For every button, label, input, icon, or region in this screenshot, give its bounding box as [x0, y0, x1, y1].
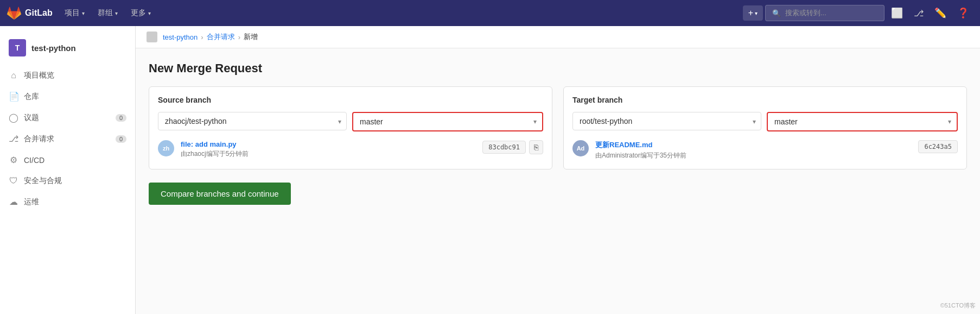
breadcrumb-merge-requests[interactable]: 合并请求 [207, 32, 235, 42]
source-commit-info: zh file: add main.py 由zhaocj编写于5分钟前 83cd… [158, 140, 543, 159]
sidebar-item-label: 安全与合规 [24, 176, 62, 186]
target-commit-info: Ad 更新README.md 由Administrator编写于35分钟前 6c… [572, 140, 958, 160]
target-branch-panel: Target branch root/test-python ▾ master [563, 86, 967, 169]
ops-icon: ☁ [9, 197, 18, 207]
source-commit-meta: 由zhaocj编写于5分钟前 [181, 149, 476, 159]
merge-request-icon-button[interactable]: ⎇ [909, 5, 928, 22]
source-copy-hash-button[interactable]: ⎘ [529, 140, 543, 154]
source-branch-title: Source branch [158, 96, 543, 104]
source-commit-details: file: add main.py 由zhaocj编写于5分钟前 [181, 140, 476, 159]
sidebar-item-label: 仓库 [24, 92, 39, 102]
sidebar-item-issues[interactable]: ◯ 议题 0 [0, 107, 135, 128]
breadcrumb-sep-2: › [238, 33, 240, 41]
breadcrumb-current: 新增 [244, 32, 258, 42]
target-branch-select-wrapper: master ▾ [767, 112, 958, 131]
nav-more[interactable]: 更多 ▾ [125, 5, 156, 21]
source-branch-select-wrapper: master ▾ [352, 112, 543, 131]
book-icon: 📄 [9, 91, 18, 102]
target-repo-select[interactable]: root/test-python [572, 112, 761, 130]
source-branch-selects: zhaocj/test-python ▾ master ▾ [158, 112, 543, 131]
target-commit-details: 更新README.md 由Administrator编写于35分钟前 [595, 140, 912, 160]
source-branch-select[interactable]: master [353, 113, 542, 130]
source-commit-hash: 83cdbc91 [482, 141, 526, 154]
cicd-icon: ⚙ [9, 155, 18, 165]
source-repo-select[interactable]: zhaocj/test-python [158, 112, 347, 130]
target-commit-meta: 由Administrator编写于35分钟前 [595, 151, 912, 160]
target-commit-hash-area: 6c243a5 [918, 140, 958, 153]
source-branch-panel: Source branch zhaocj/test-python ▾ maste… [149, 86, 552, 169]
sidebar-item-label: CI/CD [24, 156, 44, 165]
source-author-avatar: zh [158, 140, 174, 156]
sidebar-item-repository[interactable]: 📄 仓库 [0, 86, 135, 107]
breadcrumb-project[interactable]: test-python [163, 33, 198, 41]
search-placeholder: 搜索或转到... [785, 8, 826, 18]
target-branch-selects: root/test-python ▾ master ▾ [572, 112, 958, 131]
chevron-down-icon: ▾ [82, 10, 85, 16]
merge-icon: ⎇ [9, 134, 18, 144]
project-header: T test-python [0, 35, 135, 65]
source-commit-message[interactable]: file: add main.py [181, 140, 476, 148]
issues-badge: 0 [116, 114, 126, 122]
breadcrumb-project-avatar [147, 32, 157, 42]
sidebar-item-cicd[interactable]: ⚙ CI/CD [0, 149, 135, 171]
search-icon: 🔍 [772, 9, 781, 17]
chevron-down-icon: ▾ [148, 10, 151, 16]
search-bar[interactable]: 🔍 搜索或转到... [765, 5, 884, 21]
sidebar-item-security[interactable]: 🛡 安全与合规 [0, 171, 135, 191]
todo-icon-button[interactable]: ⬜ [887, 4, 907, 22]
branch-panels: Source branch zhaocj/test-python ▾ maste… [149, 86, 967, 169]
chevron-down-icon: ▾ [755, 10, 758, 16]
help-icon-button[interactable]: ❓ [953, 4, 973, 22]
page-title: New Merge Request [149, 61, 967, 76]
issue-icon: ◯ [9, 112, 18, 123]
top-navigation: GitLab 项目 ▾ 群组 ▾ 更多 ▾ + ▾ 🔍 搜索或转到... ⬜ ⎇… [0, 0, 980, 26]
breadcrumb-sep-1: › [201, 33, 203, 41]
target-repo-select-wrapper: root/test-python ▾ [572, 112, 761, 131]
sidebar-item-ops[interactable]: ☁ 运维 [0, 191, 135, 212]
sidebar-item-merge-requests[interactable]: ⎇ 合并请求 0 [0, 128, 135, 149]
target-branch-select[interactable]: master [768, 113, 957, 130]
sidebar-item-label: 项目概览 [24, 71, 54, 80]
sidebar-item-label: 运维 [24, 197, 39, 207]
target-author-avatar: Ad [572, 140, 589, 156]
compare-branches-button[interactable]: Compare branches and continue [149, 183, 291, 205]
nav-projects[interactable]: 项目 ▾ [59, 5, 90, 21]
nav-groups[interactable]: 群组 ▾ [92, 5, 123, 21]
source-commit-hash-area: 83cdbc91 ⎘ [482, 140, 543, 154]
project-name: test-python [31, 43, 76, 53]
sidebar-item-overview[interactable]: ⌂ 项目概览 [0, 65, 135, 86]
chevron-down-icon: ▾ [115, 10, 118, 16]
new-item-button[interactable]: + ▾ [743, 5, 763, 21]
project-avatar: T [9, 39, 26, 56]
target-branch-title: Target branch [572, 96, 958, 104]
sidebar: T test-python ⌂ 项目概览 📄 仓库 ◯ 议题 0 ⎇ 合并请求 … [0, 26, 136, 314]
source-repo-select-wrapper: zhaocj/test-python ▾ [158, 112, 347, 131]
gitlab-logo-area[interactable]: GitLab [7, 5, 53, 21]
watermark: ©51CTO博客 [940, 302, 976, 310]
shield-icon: 🛡 [9, 176, 18, 186]
sidebar-item-label: 议题 [24, 113, 39, 123]
sidebar-item-label: 合并请求 [24, 134, 54, 144]
target-commit-hash: 6c243a5 [918, 140, 958, 153]
gitlab-logo-icon [7, 5, 22, 21]
gitlab-wordmark: GitLab [25, 8, 53, 18]
merge-requests-badge: 0 [116, 135, 126, 143]
home-icon: ⌂ [9, 71, 18, 80]
breadcrumb: test-python › 合并请求 › 新增 [136, 26, 980, 48]
main-content: test-python › 合并请求 › 新增 New Merge Reques… [136, 26, 980, 314]
edit-icon-button[interactable]: ✏️ [930, 4, 951, 22]
target-commit-message[interactable]: 更新README.md [595, 140, 912, 150]
